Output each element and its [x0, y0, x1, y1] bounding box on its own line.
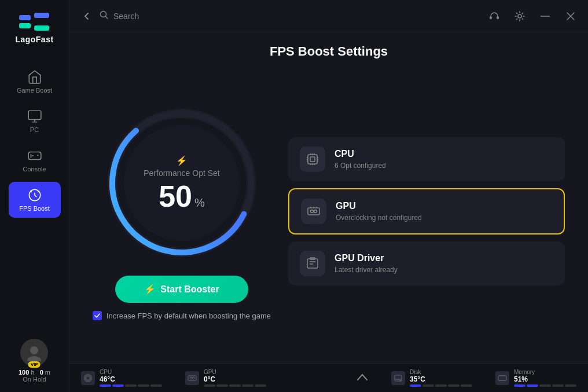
gauge-unit: %	[194, 196, 205, 210]
close-icon	[567, 12, 575, 20]
pc-icon	[27, 109, 42, 124]
gpu-driver-card[interactable]: GPU Driver Latest driver already	[288, 241, 565, 285]
bar-seg-empty	[138, 384, 149, 387]
sidebar-item-pc[interactable]: PC	[9, 103, 61, 139]
status-bar: CPU 46°C	[69, 363, 588, 392]
bar-seg-empty	[461, 384, 472, 387]
search-icon-svg	[100, 10, 109, 20]
bar-seg-empty	[435, 384, 447, 387]
gauge-bolt-icon: ⚡	[176, 155, 188, 166]
sidebar-item-console[interactable]: Console	[9, 142, 61, 178]
close-button[interactable]	[563, 8, 579, 24]
status-gpu-label: GPU	[204, 369, 266, 375]
svg-rect-25	[86, 376, 90, 380]
bar-seg-empty	[125, 384, 137, 387]
sidebar-label-game-boost: Game Boost	[17, 87, 52, 94]
logo-text: LagoFast	[15, 35, 53, 44]
avatar[interactable]: VIP	[20, 339, 48, 367]
status-gpu-icon	[185, 371, 199, 385]
svg-rect-11	[497, 16, 499, 19]
svg-rect-3	[34, 25, 49, 31]
sidebar-label-console: Console	[23, 166, 46, 173]
sidebar: LagoFast Game Boost PC Console	[0, 0, 69, 392]
status-cpu-label: CPU	[100, 369, 162, 375]
gauge-inner: ⚡ Performance Opt Set 50 %	[144, 155, 220, 211]
content-body: ⚡ Performance Opt Set 50 % ⚡ Start Boost…	[69, 65, 588, 363]
bar-seg	[527, 384, 538, 387]
status-memory-value: 51%	[514, 375, 576, 383]
sidebar-item-game-boost[interactable]: Game Boost	[9, 64, 61, 100]
start-booster-button[interactable]: ⚡ Start Booster	[115, 276, 248, 303]
status-memory-graph	[514, 384, 576, 387]
cpu-card-title: CPU	[335, 149, 386, 159]
avatar-icon	[25, 344, 43, 361]
gauge-container: ⚡ Performance Opt Set 50 %	[101, 102, 263, 264]
gpu-driver-card-icon	[300, 251, 325, 276]
bar-seg-empty	[552, 384, 564, 387]
status-cpu-info: CPU 46°C	[100, 369, 162, 387]
search-icon	[100, 10, 109, 22]
headset-button[interactable]	[486, 8, 502, 24]
fps-checkbox-label: Increase FPS by default when boosting th…	[106, 312, 271, 320]
checkmark-icon	[94, 313, 100, 318]
status-disk: Disk 35°C	[391, 369, 472, 387]
settings-button[interactable]	[512, 8, 528, 24]
status-disk-value: 35°C	[410, 375, 472, 383]
gauge-section: ⚡ Performance Opt Set 50 % ⚡ Start Boost…	[93, 102, 271, 320]
search-text: Search	[113, 12, 139, 21]
gpu-card-text: GPU Overclocking not configured	[336, 201, 422, 222]
main-content: Search	[69, 0, 588, 392]
status-disk-svg	[394, 373, 403, 383]
sidebar-item-fps-boost[interactable]: FPS Boost	[9, 182, 61, 218]
bar-seg	[410, 384, 421, 387]
time-minutes: 0	[40, 369, 43, 376]
status-bar-expand-button[interactable]	[357, 373, 368, 383]
page-title: FPS Boost Settings	[69, 32, 588, 65]
status-disk-info: Disk 35°C	[410, 369, 472, 387]
status-memory-svg	[498, 373, 507, 383]
status-memory-info: Memory 51%	[514, 369, 576, 387]
header: Search	[69, 0, 588, 32]
cpu-icon	[306, 152, 319, 166]
svg-rect-1	[19, 23, 31, 28]
console-icon	[27, 148, 42, 163]
svg-point-7	[30, 346, 38, 354]
bar-seg-empty	[565, 384, 576, 387]
logo-area: LagoFast	[9, 6, 59, 50]
boost-btn-label: Start Booster	[160, 284, 219, 295]
svg-rect-22	[307, 259, 318, 268]
fps-checkbox[interactable]	[93, 311, 102, 320]
gpu-card-icon	[301, 199, 326, 224]
status-cpu-svg	[83, 373, 93, 383]
status-disk-label: Disk	[410, 369, 472, 375]
cpu-card-subtitle: 6 Opt configured	[335, 162, 386, 170]
bar-seg-empty	[204, 384, 215, 387]
sidebar-label-pc: PC	[30, 126, 39, 133]
gpu-driver-card-title: GPU Driver	[335, 253, 398, 263]
bar-seg-empty	[255, 384, 266, 387]
svg-rect-4	[28, 111, 41, 119]
svg-point-21	[314, 210, 317, 213]
status-gpu: GPU 0°C	[185, 369, 266, 387]
gpu-driver-card-text: GPU Driver Latest driver already	[335, 253, 398, 274]
cpu-card-icon	[300, 146, 325, 172]
status-memory-label: Memory	[514, 369, 576, 375]
status-cpu-graph	[100, 384, 162, 387]
sidebar-bottom: VIP 100 h 0 m On Hold	[19, 339, 50, 392]
svg-rect-10	[490, 16, 492, 19]
back-button[interactable]	[79, 8, 95, 24]
gpu-icon	[307, 204, 321, 218]
right-panel: CPU 6 Opt configured	[288, 137, 565, 285]
svg-point-28	[192, 377, 194, 379]
minimize-button[interactable]	[537, 8, 553, 24]
minimize-icon	[541, 16, 550, 17]
bar-seg	[100, 384, 111, 387]
gpu-card[interactable]: GPU Overclocking not configured	[288, 188, 565, 235]
gpu-card-title: GPU	[336, 201, 422, 211]
bar-seg-empty	[216, 384, 228, 387]
cpu-card[interactable]: CPU 6 Opt configured	[288, 137, 565, 181]
bar-seg-empty	[242, 384, 253, 387]
gpu-driver-card-subtitle: Latest driver already	[335, 266, 398, 274]
search-bar[interactable]: Search	[100, 10, 486, 22]
time-hours: 100	[19, 369, 29, 376]
